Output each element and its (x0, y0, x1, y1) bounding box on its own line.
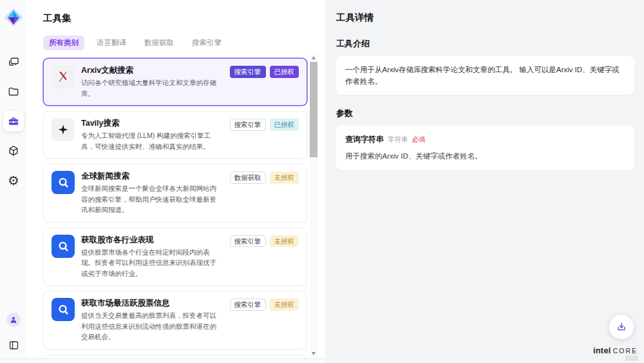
tool-title: 获取股市各行业表现 (81, 235, 221, 245)
tool-desc: 提供当天交易量最高的股票列表，投资者可以利用这些信息来识别流动性强的股票和潜在的… (81, 310, 221, 342)
parameter-desc: 用于搜索的Arxiv ID、关键字或作者姓名。 (345, 151, 625, 162)
download-button[interactable] (609, 315, 634, 339)
tool-text: Tavily搜索 专为人工智能代理 (LLM) 构建的搜索引擎工具，可快速提供实… (81, 118, 221, 152)
auth-badge: 已授权 (270, 119, 299, 131)
download-icon (616, 321, 627, 333)
tool-desc: 提供股票市场各个行业在特定时间段内的表现。投资者可以利用这些信息来识别表现优于或… (81, 247, 221, 279)
window-bottom-edge (0, 358, 325, 363)
category-tabs: 所有类别 语言翻译 数据获取 搜索引擎 (43, 35, 325, 50)
tool-text: 获取市场最活跃股票信息 提供当天交易量最高的股票列表，投资者可以利用这些信息来识… (81, 298, 221, 342)
auth-badge: 未授权 (270, 172, 299, 184)
tab-search-engine[interactable]: 搜索引擎 (186, 35, 227, 50)
sidebar: ⚙ (0, 0, 27, 363)
tool-card-most-active-stocks[interactable]: 获取市场最活跃股票信息 提供当天交易量最高的股票列表，投资者可以利用这些信息来识… (43, 291, 307, 349)
page-title: 工具集 (43, 12, 325, 25)
settings-icon[interactable]: ⚙ (3, 170, 24, 191)
auth-badge: 已授权 (270, 66, 299, 78)
parameter-card: 查询字符串 字符串 必填 用于搜索的Arxiv ID、关键字或作者姓名。 (336, 126, 634, 170)
cube-icon[interactable] (3, 141, 24, 161)
toolbox-icon[interactable] (3, 111, 24, 132)
category-badge: 搜索引擎 (230, 299, 266, 311)
category-badge: 搜索引擎 (230, 119, 266, 131)
parameter-header: 查询字符串 字符串 必填 (345, 134, 625, 145)
scrollbar-thumb[interactable] (310, 62, 317, 157)
tool-badges: 搜索引擎 未授权 (230, 235, 299, 248)
user-avatar-icon[interactable] (6, 313, 21, 327)
search-magnifier-icon (52, 298, 75, 321)
tool-text: 获取股市各行业表现 提供股票市场各个行业在特定时间段内的表现。投资者可以利用这些… (81, 235, 221, 279)
tool-desc: 访问各个研究领域大量科学论文和文章的存储库。 (81, 77, 221, 99)
arxiv-x-icon (52, 65, 75, 88)
search-magnifier-icon (52, 235, 75, 258)
auth-badge: 未授权 (270, 235, 299, 248)
params-heading: 参数 (336, 108, 634, 119)
brand-badge (626, 356, 638, 360)
folder-icon[interactable] (3, 81, 24, 102)
tool-text: Arxiv文献搜索 访问各个研究领域大量科学论文和文章的存储库。 (81, 65, 221, 99)
tool-badges: 数据获取 未授权 (230, 171, 299, 184)
tab-data-fetch[interactable]: 数据获取 (138, 35, 180, 50)
tool-detail-panel: 工具详情 工具介绍 一个用于从Arxiv存储库搜索科学论文和文章的工具。 输入可… (325, 0, 644, 363)
category-badge: 搜索引擎 (230, 66, 266, 78)
brand-intel-text: intel (593, 346, 611, 355)
category-badge: 数据获取 (230, 172, 266, 184)
tool-title: Arxiv文献搜索 (81, 65, 221, 75)
sparkle-icon (52, 118, 75, 141)
tool-badges: 搜索引擎 已授权 (230, 65, 299, 78)
tool-card-global-news[interactable]: 全球新闻搜索 全球新闻搜索是一个聚合全球各大新闻网站内容的搜索引擎，帮助用户快速… (43, 164, 307, 222)
tool-text: 全球新闻搜索 全球新闻搜索是一个聚合全球各大新闻网站内容的搜索引擎，帮助用户快速… (81, 171, 221, 215)
tool-badges: 搜索引擎 未授权 (230, 298, 299, 311)
tool-title: 全球新闻搜索 (81, 171, 221, 181)
search-magnifier-icon (52, 171, 75, 194)
tool-badges: 搜索引擎 已授权 (230, 118, 299, 131)
intel-core-logo: intel CORE (593, 346, 638, 360)
intro-card: 一个用于从Arxiv存储库搜索科学论文和文章的工具。 输入可以是Arxiv ID… (336, 56, 634, 95)
tool-list-panel: 工具集 所有类别 语言翻译 数据获取 搜索引擎 Arxiv文献搜索 访问各个研究… (27, 0, 325, 363)
tool-card-sector-performance[interactable]: 获取股市各行业表现 提供股票市场各个行业在特定时间段内的表现。投资者可以利用这些… (43, 228, 307, 286)
tool-title: Tavily搜索 (81, 118, 221, 128)
detail-title: 工具详情 (336, 11, 634, 24)
auth-badge: 未授权 (270, 299, 299, 311)
tab-all-categories[interactable]: 所有类别 (43, 35, 84, 50)
scrollbar-down-arrow-icon[interactable] (310, 350, 317, 357)
parameter-name: 查询字符串 (345, 134, 384, 145)
scrollbar-up-arrow-icon[interactable] (310, 54, 317, 61)
tool-desc: 专为人工智能代理 (LLM) 构建的搜索引擎工具，可快速提供实时、准确和真实的结… (81, 130, 221, 152)
tool-title: 获取市场最活跃股票信息 (81, 298, 221, 308)
parameter-type: 字符串 (388, 134, 408, 145)
intro-text: 一个用于从Arxiv存储库搜索科学论文和文章的工具。 输入可以是Arxiv ID… (345, 66, 620, 85)
parameter-required-badge: 必填 (412, 134, 426, 145)
brand-core-text: CORE (613, 347, 638, 355)
tool-desc: 全球新闻搜索是一个聚合全球各大新闻网站内容的搜索引擎，帮助用户快速获取全球最新资… (81, 183, 221, 215)
tool-list: Arxiv文献搜索 访问各个研究领域大量科学论文和文章的存储库。 搜索引擎 已授… (43, 58, 307, 363)
tool-card-arxiv[interactable]: Arxiv文献搜索 访问各个研究领域大量科学论文和文章的存储库。 搜索引擎 已授… (43, 58, 307, 106)
list-scrollbar[interactable] (310, 54, 317, 357)
chat-icon[interactable] (3, 52, 24, 72)
app-window: ⚙ 工具集 所有类别 语言翻译 数据获取 搜索引擎 (0, 0, 644, 363)
category-badge: 搜索引擎 (230, 235, 266, 248)
tool-card-tavily[interactable]: Tavily搜索 专为人工智能代理 (LLM) 构建的搜索引擎工具，可快速提供实… (43, 111, 307, 159)
intro-heading: 工具介绍 (336, 38, 634, 50)
tab-language-translation[interactable]: 语言翻译 (91, 35, 132, 50)
app-logo-icon (3, 6, 24, 28)
layout-toggle-icon[interactable] (3, 335, 24, 355)
